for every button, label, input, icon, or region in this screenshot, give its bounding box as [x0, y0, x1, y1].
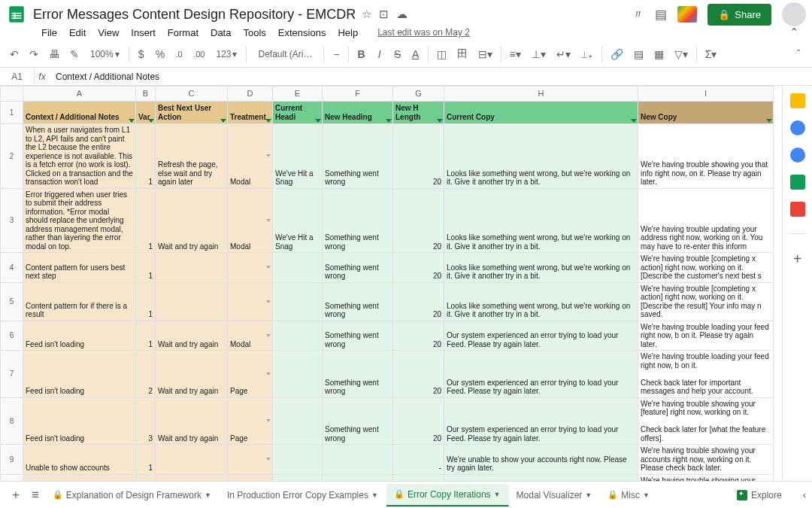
cell-B6[interactable]: 1 [136, 321, 156, 351]
percent-icon[interactable]: % [152, 45, 168, 63]
cell-F8[interactable]: Something went wrong [323, 397, 393, 445]
cell-I2[interactable]: We're having trouble showing you that in… [638, 124, 774, 189]
col-header-H[interactable]: H [444, 87, 638, 102]
strike-icon[interactable]: S [390, 45, 405, 63]
collapse-icon[interactable]: ⌃ [784, 23, 804, 41]
cell-C2[interactable]: Refresh the page, else wait and try agai… [156, 124, 228, 189]
side-panel-toggle-icon[interactable]: ‹ [803, 489, 806, 500]
fill-color-icon[interactable]: ◫ [433, 45, 450, 63]
merge-icon[interactable]: ⊟▾ [474, 45, 496, 63]
cell-E5[interactable] [273, 282, 323, 321]
cell-C5[interactable] [156, 282, 228, 321]
menu-edit[interactable]: Edit [64, 25, 91, 41]
cell-I4[interactable]: We're having trouble [completing x actio… [638, 253, 774, 283]
undo-icon[interactable]: ↶ [6, 45, 23, 63]
cell-A3[interactable]: Error triggered when user tries to submi… [23, 188, 136, 253]
cell-F10[interactable] [323, 474, 393, 481]
cell-C6[interactable]: Wait and try again [156, 321, 228, 351]
row-header-2[interactable]: 2 [1, 124, 23, 189]
cell-D6[interactable]: Modal [228, 321, 273, 351]
menu-extensions[interactable]: Extensions [273, 25, 332, 41]
filter-icon[interactable]: ▽▾ [671, 45, 692, 63]
wrap-icon[interactable]: ↵▾ [553, 45, 574, 63]
sheet-tab-3[interactable]: Modal Visualizer▼ [509, 484, 601, 506]
col-header-I[interactable]: I [638, 87, 774, 102]
text-color-icon[interactable]: A [408, 45, 423, 63]
cell-E6[interactable] [273, 321, 323, 351]
menu-help[interactable]: Help [332, 25, 363, 41]
cloud-icon[interactable]: ☁ [396, 8, 408, 21]
row-header-9[interactable]: 9 [1, 445, 23, 475]
link-icon[interactable]: 🔗 [607, 45, 627, 63]
row-header-8[interactable]: 8 [1, 397, 23, 445]
cell-E9[interactable] [273, 445, 323, 475]
cell-A7[interactable]: Feed isn't loading [23, 351, 136, 398]
header-I[interactable]: New Copy [638, 102, 774, 124]
header-C[interactable]: Best Next User Action [156, 102, 228, 124]
cell-B4[interactable]: 1 [136, 253, 156, 283]
menu-data[interactable]: Data [205, 25, 236, 41]
cell-G10[interactable]: - [393, 474, 444, 481]
h-align-icon[interactable]: ≡▾ [506, 45, 525, 63]
header-H[interactable]: Current Copy [444, 102, 638, 124]
menu-view[interactable]: View [92, 25, 124, 41]
cell-D8[interactable]: Page [228, 397, 273, 445]
sheets-logo-icon[interactable] [6, 4, 27, 25]
cell-D10[interactable] [228, 474, 273, 481]
maps-icon[interactable] [790, 202, 805, 217]
paint-format-icon[interactable]: ✎ [66, 45, 83, 63]
cell-E4[interactable] [273, 253, 323, 283]
header-B[interactable]: Var [136, 102, 156, 124]
cell-F5[interactable]: Something went wrong [323, 282, 393, 321]
formula-input[interactable]: Context / Additional Notes [50, 69, 812, 84]
cell-I3[interactable]: We're having trouble updating your addre… [638, 188, 774, 253]
menu-insert[interactable]: Insert [126, 25, 161, 41]
cell-G4[interactable]: 20 [393, 253, 444, 283]
add-addon-icon[interactable]: + [793, 251, 802, 268]
cell-reference[interactable]: A1 [0, 69, 35, 84]
cell-F6[interactable]: Something went wrong [323, 321, 393, 351]
sheet-tab-1[interactable]: In Production Error Copy Examples▼ [220, 484, 386, 506]
zoom-select[interactable]: 100% ▾ [86, 46, 124, 62]
cell-D4[interactable] [228, 253, 273, 283]
cell-I5[interactable]: We're having trouble [completing x actio… [638, 282, 774, 321]
cell-A4[interactable]: Content pattern for users best next step [23, 253, 136, 283]
cell-H10[interactable]: Sorry, we're having trouble retrieving y… [444, 474, 638, 481]
font-size-dec-icon[interactable]: − [329, 45, 344, 63]
cell-B5[interactable]: 1 [136, 282, 156, 321]
explore-button[interactable]: Explore [731, 487, 788, 503]
cell-C8[interactable]: Wait and try again [156, 397, 228, 445]
chart-icon[interactable]: ▦ [650, 45, 668, 63]
cell-A8[interactable]: Feed isn't loading [23, 397, 136, 445]
last-edit-link[interactable]: Last edit was on May 2 [372, 25, 475, 40]
cell-C7[interactable]: Wait and try again [156, 351, 228, 398]
sheet-tab-0[interactable]: 🔒Explanation of Design Framework▼ [45, 484, 220, 506]
cell-C3[interactable]: Wait and try again [156, 188, 228, 253]
comment-add-icon[interactable]: ▤ [630, 45, 647, 63]
cell-A5[interactable]: Content pattern for if there is a result [23, 282, 136, 321]
cell-D9[interactable] [228, 445, 273, 475]
star-icon[interactable]: ☆ [362, 8, 371, 21]
row-header-5[interactable]: 5 [1, 282, 23, 321]
header-F[interactable]: New Heading [323, 102, 393, 124]
cell-B9[interactable]: 1 [136, 445, 156, 475]
header-A[interactable]: Context / Additional Notes [23, 102, 136, 124]
redo-icon[interactable]: ↷ [26, 45, 42, 63]
cell-H6[interactable]: Our system experienced an error trying t… [444, 321, 638, 351]
cell-D2[interactable]: Modal [228, 124, 273, 189]
bold-icon[interactable]: B [353, 45, 368, 63]
comment-icon[interactable]: ▤ [655, 7, 667, 23]
decimal-inc-icon[interactable]: .00 [189, 47, 208, 62]
cell-D5[interactable] [228, 282, 273, 321]
cell-G6[interactable]: 20 [393, 321, 444, 351]
menu-file[interactable]: File [36, 25, 62, 41]
col-header-G[interactable]: G [393, 87, 444, 102]
decimal-dec-icon[interactable]: .0 [171, 47, 186, 62]
row-header-6[interactable]: 6 [1, 321, 23, 351]
cell-B8[interactable]: 3 [136, 397, 156, 445]
cell-E8[interactable] [273, 397, 323, 445]
cell-E3[interactable]: We've Hit a Snag [273, 188, 323, 253]
cell-G9[interactable]: - [393, 445, 444, 475]
meet-icon[interactable] [677, 6, 697, 23]
cell-D7[interactable]: Page [228, 351, 273, 398]
